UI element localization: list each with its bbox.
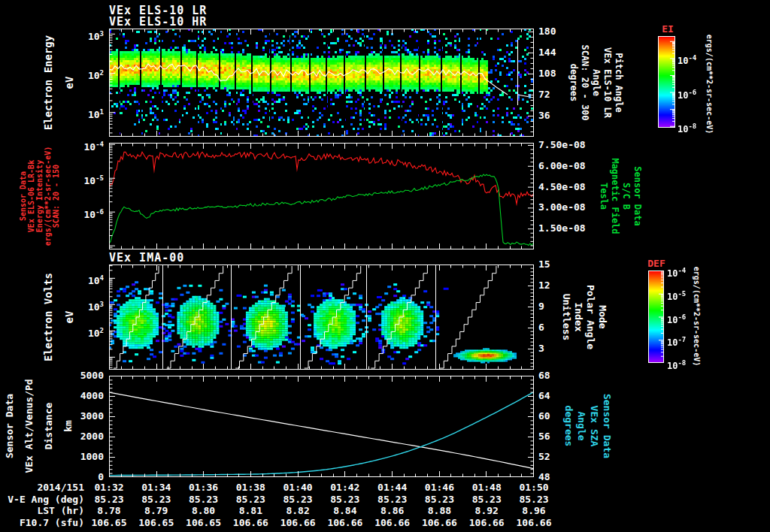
- y-tick-label: 15: [538, 259, 550, 270]
- table-cell: 01:44: [368, 482, 417, 493]
- y-tick-label: 7.50e-08: [538, 140, 586, 150]
- y-tick-label: 2000: [57, 431, 104, 442]
- y-tick-label: 6: [538, 322, 544, 333]
- y-tick-label: 56: [538, 431, 550, 442]
- colorbar1-label: EI: [660, 23, 675, 35]
- table-cell: 106.66: [274, 518, 322, 528]
- axis-label-line: Sensor Data: [601, 394, 614, 458]
- y-tick-label: 103: [57, 299, 104, 313]
- y-tick-label: 0: [57, 472, 104, 482]
- y-tick-label: 3.00e-08: [538, 202, 586, 213]
- axis-label-line: Polar Angle: [584, 285, 596, 349]
- y-tick-label: 144: [538, 47, 556, 58]
- colorbar-tick-label: 10-6: [678, 87, 696, 101]
- y-tick-label: 68: [538, 370, 550, 381]
- table-cell: 01:32: [85, 482, 133, 493]
- ima-spectrogram-panel: [109, 264, 534, 370]
- axis-label-line: VEx ELS-06 LR-Bk: [27, 147, 35, 246]
- table-cell: 01:46: [415, 482, 463, 493]
- y-tick-label: 101: [57, 107, 104, 120]
- table-cell: 8.79: [132, 506, 180, 516]
- y-tick-label: 60: [538, 411, 550, 422]
- panel2-y-axis-label: Sensor Data VEx ELS-06 LR-Bk Energy Inte…: [19, 147, 60, 246]
- colorbar1-units: ergs/(cm**2-sr-sec-eV): [705, 35, 714, 134]
- colorbar-tick-label: 10-5: [667, 289, 686, 302]
- y-tick-label: 48: [538, 472, 550, 482]
- panel4-right-axis-label: Sensor Data VEx SZA Angle degrees: [562, 394, 614, 458]
- table-cell: 01:34: [132, 482, 180, 493]
- table-cell: 8.84: [321, 506, 369, 516]
- y-tick-label: 102: [57, 68, 104, 81]
- table-cell: 85.23: [226, 494, 274, 505]
- colorbar-tick-label: 10-4: [678, 53, 696, 66]
- table-cell: 106.66: [510, 518, 558, 528]
- table-cell: 106.65: [132, 518, 180, 528]
- colorbar-tick-label: 10-8: [678, 121, 696, 135]
- colorbar-tick-label: 10-8: [667, 358, 686, 371]
- y-tick-label: 10-6: [57, 207, 104, 220]
- y-tick-label: 52: [538, 452, 550, 462]
- table-cell: 8.82: [274, 506, 322, 516]
- table-cell: 01:42: [321, 482, 369, 493]
- ima-colorbar: [648, 271, 664, 363]
- axis-label-line: ergs/(cm**2-sr-sec-eV): [44, 147, 52, 246]
- table-cell: 85.23: [462, 494, 511, 505]
- axis-label-line: Index: [572, 285, 584, 349]
- axis-label-line: Magnetic Field: [609, 158, 620, 234]
- y-tick-label: 102: [57, 325, 104, 339]
- y-tick-label: 10-4: [57, 139, 104, 153]
- table-cell: 85.23: [510, 494, 558, 505]
- axis-label-line: degrees: [568, 44, 579, 120]
- table-row-label-lst: LST (hr): [0, 506, 84, 516]
- table-cell: 85.23: [180, 494, 228, 505]
- colorbar2-label: DEF: [645, 258, 668, 269]
- y-tick-label: 64: [538, 391, 550, 401]
- y-tick-label: 1000: [57, 452, 104, 462]
- axis-label-line: SCAN: 20 - 300: [579, 44, 590, 120]
- colorbar-tick-label: 10-6: [667, 312, 686, 325]
- spacecraft-data-plot: VEx ELS-10 LR VEx ELS-10 HR VEx IMA-00 E…: [0, 0, 770, 532]
- y-tick-label: 108: [538, 68, 556, 79]
- axis-label-line: S/C B: [620, 158, 632, 234]
- table-cell: 8.81: [226, 506, 274, 516]
- y-tick-label: 3000: [57, 411, 104, 422]
- table-cell: 106.66: [226, 518, 274, 528]
- table-cell: 8.78: [85, 506, 133, 516]
- axis-label-line: Tesla: [598, 158, 609, 234]
- y-tick-label: 36: [538, 110, 550, 121]
- colorbar2-units: ergs/(cm**2-sr-sec-eV): [693, 267, 701, 366]
- table-cell: 85.23: [368, 494, 417, 505]
- intensity-bfield-panel: [109, 143, 534, 249]
- colorbar-tick-label: 10-7: [667, 334, 686, 348]
- table-cell: 106.65: [180, 518, 228, 528]
- y-tick-label: 180: [538, 26, 556, 37]
- table-cell: 85.23: [321, 494, 369, 505]
- y-tick-label: 103: [57, 29, 104, 42]
- colorbar-tick-label: 10-4: [667, 265, 686, 279]
- table-cell: 85.23: [274, 494, 322, 505]
- table-row-label-veang: V-E Ang (deg): [0, 494, 84, 505]
- table-row-label-f107: F10.7 (sfu): [0, 518, 84, 528]
- y-tick-label: 4000: [57, 391, 104, 401]
- axis-label-line: Mode: [596, 285, 608, 349]
- axis-label-line: Electron Energy: [38, 35, 59, 130]
- y-tick-label: 104: [57, 273, 104, 286]
- axis-label-line: Pitch Angle: [613, 44, 624, 120]
- table-cell: 8.86: [368, 506, 417, 516]
- table-cell: 106.66: [368, 518, 417, 528]
- table-cell: 01:48: [462, 482, 511, 493]
- axis-label-line: Distance: [39, 379, 59, 473]
- panel1-right-axis-label: Pitch Angle VEx ELS-10 LR Angle SCAN: 20…: [568, 44, 624, 120]
- axis-label-line: Sensor Data: [632, 158, 643, 234]
- panel3-right-axis-label: Mode Polar Angle Index Unitless: [560, 285, 608, 349]
- els-spectrogram-panel: [109, 29, 534, 137]
- table-cell: 8.80: [180, 506, 228, 516]
- y-tick-label: 5000: [57, 370, 104, 381]
- y-tick-label: 4.50e-08: [538, 182, 586, 192]
- table-cell: 85.23: [415, 494, 463, 505]
- axis-label-line: VEx ELS-10 LR: [602, 44, 613, 120]
- axis-label-line: Unitless: [560, 285, 572, 349]
- table-cell: 8.88: [415, 506, 463, 516]
- y-tick-label: 72: [538, 89, 550, 100]
- axis-label-line: VEx SZA: [588, 394, 601, 458]
